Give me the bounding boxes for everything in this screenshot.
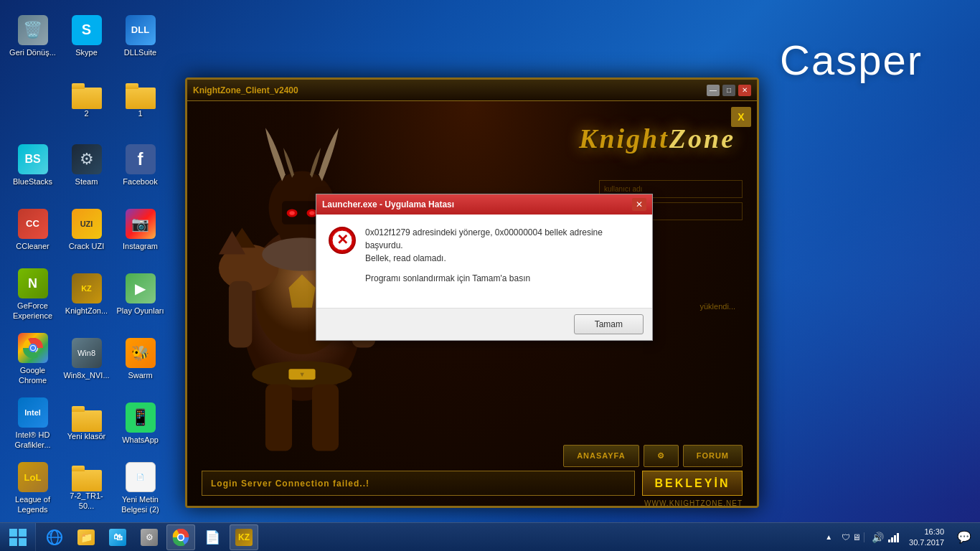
desktop-icons-area: 🗑️ Geri Dönüş... S Skype DLL DLLSuite 2 … [0,0,176,524]
whatsapp-label: WhatsApp [122,435,159,445]
kz-maximize-btn[interactable]: □ [722,85,735,96]
new-metin-icon: 📄 [126,462,156,492]
kz-forum-btn[interactable]: FORUM [683,445,743,467]
desktop-icon-win8nvi[interactable]: Win8 Win8x_NVI... [60,329,113,390]
new-metin-label: Yeni Metin Belgesi (2) [116,495,164,514]
desktop-icon-facebook[interactable]: f Facebook [113,135,167,196]
facebook-icon: f [126,144,156,174]
chrome-label: Google Chrome [9,366,57,385]
instagram-label: Instagram [123,242,158,251]
kz-window-x-button[interactable]: X [731,107,751,127]
error-dialog-footer: Tamam [316,308,652,340]
desktop-icon-new-metin[interactable]: 📄 Yeni Metin Belgesi (2) [113,458,167,519]
error-icon: ✕ [328,226,357,255]
desktop-icon-play-oyunlari[interactable]: ▶ Play Oyunları [113,264,167,325]
desktop-icon-new-folder[interactable]: Yeni klasör [60,393,113,454]
clock-time: 16:30 [909,527,944,537]
intel-hd-icon: Intel [18,397,48,428]
tr1-file-label: 7-2_TR1-50... [62,491,110,510]
taskbar-chrome-icon[interactable] [166,524,195,550]
swarm-label: Swarm [128,371,152,380]
lol-label: League of Legends [9,495,57,514]
taskbar: e 📁 🛍 ⚙ [0,522,980,551]
svg-rect-21 [229,281,253,348]
desktop-icon-geforce[interactable]: N GeForce Experience [6,264,60,325]
desktop-icon-tr1-file[interactable]: 7-2_TR1-50... [60,458,113,519]
notification-expand[interactable]: ▲ [823,533,834,541]
win8nvi-label: Win8x_NVI... [63,371,109,380]
taskbar-right: ▲ 🛡 🖥 🔊 16:30 30.7.2017 💬 [817,527,980,547]
desktop-icon-crack-uzi[interactable]: UZI Crack UZI [60,199,113,260]
system-clock[interactable]: 16:30 30.7.2017 [903,527,950,547]
svg-text:▼: ▼ [298,371,305,378]
kz-title-text: KnightZone_Client_v2400 [193,85,298,95]
kz-status-text: Login Server Connection failed..! [211,479,369,489]
action-center-icon[interactable]: 💬 [954,530,974,544]
error-dialog-titlebar[interactable]: Launcher.exe - Uygulama Hatası ✕ [316,194,652,215]
start-button[interactable] [0,523,36,552]
error-message-line1: 0x012f1279 adresindeki yönerge, 0x000000… [365,226,641,252]
taskbar-file-icon[interactable]: 📄 [198,524,227,550]
game-taskbar-icon: KZ [235,529,253,546]
steam-icon: ⚙ [72,144,102,174]
geforce-label: GeForce Experience [9,301,57,320]
tamam-button[interactable]: Tamam [574,314,644,334]
svg-point-19 [309,211,314,215]
desktop-icon-knightzone[interactable]: KZ KnightZon... [60,264,113,325]
desktop-icon-lol[interactable]: LoL League of Legends [6,458,60,519]
error-message-line3: Programı sonlandırmak için Tamam'a basın [365,272,641,285]
taskbar-store-icon[interactable]: 🛍 [103,524,132,550]
error-dialog-body: ✕ 0x012f1279 adresindeki yönerge, 0x0000… [316,215,652,308]
desktop-icon-chrome[interactable]: Google Chrome [6,329,60,390]
desktop-icon-dllsuite[interactable]: DLL DLLSuite [113,6,167,67]
tray-shield-icon: 🛡 [842,532,850,542]
kz-anasayfa-btn[interactable]: ANASAYFA [563,445,639,467]
kz-status-right: yüklendi... [699,302,735,311]
whatsapp-icon: 📱 [126,402,156,433]
dllsuite-label: DLLSuite [124,48,156,57]
kz-title-bar[interactable]: KnightZone_Client_v2400 — □ ✕ [187,80,757,101]
taskbar-item4[interactable]: ⚙ [135,524,164,550]
kz-minimize-btn[interactable]: — [707,85,720,96]
taskbar-game-icon[interactable]: KZ [230,524,258,550]
taskbar-explorer-icon[interactable]: 📁 [72,524,100,550]
desktop-icon-ccleaner[interactable]: CC CCleaner [6,199,60,260]
svg-point-41 [179,534,184,540]
svg-rect-34 [19,538,27,546]
desktop-icon-steam[interactable]: ⚙ Steam [60,135,113,196]
store-bag-icon: 🛍 [109,529,126,546]
system-tray-icons: 🛡 🖥 [839,532,864,542]
kz-status-bar: Login Server Connection failed..! [202,471,635,496]
volume-icon[interactable]: 🔊 [872,532,884,543]
instagram-icon: 📷 [126,209,156,239]
desktop-icon-recycle-bin[interactable]: 🗑️ Geri Dönüş... [6,6,60,67]
kz-settings-btn[interactable]: ⚙ [644,445,679,467]
desktop-icon-instagram[interactable]: 📷 Instagram [113,199,167,260]
desktop-icon-bluestacks[interactable]: BS BlueStacks [6,135,60,196]
desktop-icon-folder2[interactable]: 2 [60,70,113,131]
desktop-icon-whatsapp[interactable]: 📱 WhatsApp [113,393,167,454]
dllsuite-icon: DLL [126,15,156,45]
tr1-folder-icon [72,466,102,491]
taskbar-ie-icon[interactable]: e [40,524,69,550]
kz-close-btn[interactable]: ✕ [738,85,751,96]
folder1-icon [126,83,156,109]
desktop-icon-intel-hd[interactable]: Intel Intel® HD Grafikler... [6,393,60,454]
swarm-icon: 🐝 [126,338,156,368]
crackuzi-label: Crack UZI [69,242,105,251]
svg-rect-27 [312,385,339,451]
play-oyunlari-label: Play Oyunları [116,306,164,316]
desktop-icon-skype[interactable]: S Skype [60,6,113,67]
recycle-bin-label: Geri Dönüş... [9,48,56,57]
crackuzi-icon: UZI [72,209,102,239]
error-dialog-close-btn[interactable]: ✕ [632,198,646,211]
network-icon[interactable] [888,532,899,542]
win8nvi-icon: Win8 [72,338,102,368]
file-taskbar-icon: 📄 [204,529,220,545]
desktop-icon-swarm[interactable]: 🐝 Swarm [113,329,167,390]
svg-rect-33 [9,538,17,546]
desktop-icon-folder1[interactable]: 1 [113,70,167,131]
error-dialog-messages: 0x012f1279 adresindeki yönerge, 0x000000… [365,226,641,285]
kz-wait-button[interactable]: BEKLEYİN [642,471,743,496]
error-message-line2: Bellek, read olamadı. [365,252,641,265]
